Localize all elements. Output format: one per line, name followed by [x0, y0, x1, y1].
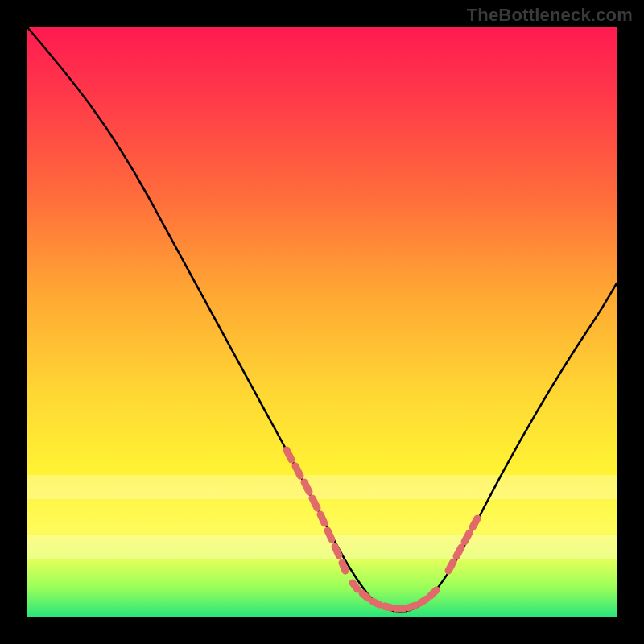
plot-area: [27, 27, 617, 617]
marker: [335, 547, 339, 555]
marker: [304, 482, 309, 492]
marker-group: [287, 450, 477, 609]
marker: [320, 514, 324, 523]
marker: [312, 498, 317, 508]
marker: [456, 547, 461, 556]
marker: [464, 533, 469, 542]
marker: [431, 590, 436, 596]
watermark-text: TheBottleneck.com: [467, 5, 633, 26]
marker: [362, 593, 368, 598]
marker: [420, 599, 427, 603]
marker: [295, 466, 300, 476]
marker: [373, 601, 379, 605]
chart-svg: [27, 27, 617, 617]
marker: [408, 605, 415, 608]
marker: [353, 583, 357, 589]
marker: [342, 563, 345, 571]
chart-frame: TheBottleneck.com: [0, 0, 644, 644]
marker: [328, 530, 332, 539]
marker: [448, 562, 453, 571]
marker: [287, 450, 291, 460]
marker: [473, 518, 477, 527]
marker: [384, 606, 391, 608]
